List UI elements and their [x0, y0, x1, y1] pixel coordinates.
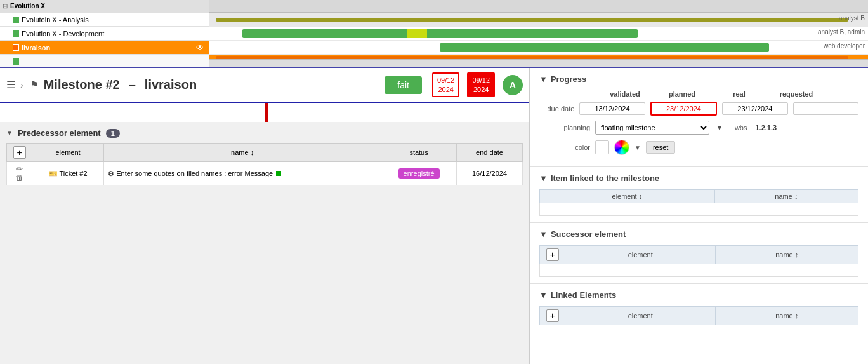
- gantt-left-panel: ⊟ Evolution X Evolutoin X - Analysis Evo…: [0, 0, 209, 67]
- analyst-label-2: analyst B, admin: [818, 29, 865, 36]
- avatar: A: [503, 75, 523, 95]
- successor-add-button[interactable]: +: [546, 248, 559, 261]
- successor-th-add: +: [540, 246, 565, 264]
- right-panel: ▼ Progress validated planned real reques…: [530, 68, 868, 364]
- date-box-1-line2: 2024: [437, 85, 455, 94]
- linked-th-element: element: [565, 307, 716, 325]
- col-real: real: [711, 90, 768, 98]
- item-linked-th-name: name ↕: [714, 190, 858, 203]
- predecessor-triangle: ▼: [6, 130, 13, 137]
- linked-elements-title: ▼ Linked Elements: [539, 290, 858, 300]
- successor-triangle: ▼: [539, 229, 548, 239]
- item-linked-table: element ↕ name ↕: [539, 189, 858, 216]
- livraison-icon: 👁: [196, 43, 204, 52]
- planning-row: planning floating milestone fixed milest…: [539, 121, 858, 135]
- analyst-label-3: web developer: [824, 43, 865, 50]
- edit-icon[interactable]: ✏: [16, 165, 23, 173]
- due-date-requested[interactable]: [793, 102, 858, 115]
- color-row: color ▼ reset: [539, 140, 858, 155]
- due-date-validated[interactable]: [579, 102, 645, 115]
- col-planned: planned: [654, 90, 711, 98]
- gantt-livraison-label: livraison: [22, 44, 50, 51]
- successor-th-element: element: [565, 246, 716, 264]
- planning-dropdown-arrow[interactable]: ▼: [716, 123, 723, 132]
- predecessor-enddate-cell: 16/12/2024: [457, 162, 523, 185]
- delete-icon[interactable]: 🗑: [16, 173, 23, 182]
- successor-th-name: name ↕: [716, 246, 858, 264]
- linked-elements-table: + element name ↕: [539, 306, 858, 325]
- gantt-row-livraison: livraison 👁: [0, 41, 209, 55]
- item-linked-section: ▼ Item linked to the milestone element ↕…: [530, 167, 868, 223]
- predecessor-add-button[interactable]: +: [13, 146, 26, 159]
- th-status: status: [381, 144, 457, 162]
- gantt-bar-analysis: analyst B, admin: [209, 27, 868, 41]
- date-box-2-line1: 09/12: [472, 76, 490, 84]
- milestone-header: ☰ › ⚑ Milestone #2 – livraison fait 09/1…: [0, 68, 529, 103]
- predecessor-element: Ticket #2: [59, 170, 87, 177]
- gantt-bar-dev: web developer: [209, 41, 868, 55]
- progress-title: Progress: [551, 74, 586, 84]
- date-box-2: 09/12 2024: [467, 72, 495, 97]
- milestone-dash: –: [129, 78, 136, 92]
- livraison-color-box: [13, 44, 19, 51]
- predecessor-status-cell: enregistré: [381, 162, 457, 185]
- gantt-time-header: [209, 0, 868, 13]
- progress-section-title: ▼ Progress: [539, 74, 858, 84]
- item-linked-label: Item linked to the milestone: [551, 173, 659, 183]
- flag-icon: ⚑: [30, 79, 39, 91]
- dev-color-box: [13, 30, 19, 37]
- successor-label: Successor element: [551, 229, 626, 239]
- color-swatch[interactable]: [595, 140, 609, 154]
- gantt-bar-dev-fill: [440, 43, 769, 52]
- planning-select[interactable]: floating milestone fixed milestone manua…: [595, 121, 709, 135]
- color-wheel[interactable]: [614, 140, 629, 155]
- predecessor-row-1: ✏ 🗑 🎫 Ticket #2 ⚙ Enter some quotes on f…: [7, 162, 523, 185]
- milestone-status-button[interactable]: fait: [385, 76, 422, 94]
- th-element: element: [32, 144, 104, 162]
- hamburger-icon[interactable]: ☰: [6, 79, 15, 91]
- green-square-indicator: [276, 171, 281, 176]
- milestone-subtitle: livraison: [145, 78, 197, 92]
- linked-th-add: +: [540, 307, 565, 325]
- predecessor-count-badge: 1: [106, 129, 120, 138]
- item-linked-triangle: ▼: [539, 173, 548, 183]
- successor-empty-row: [540, 264, 858, 277]
- th-enddate: end date: [457, 144, 523, 162]
- predecessor-element-cell: 🎫 Ticket #2: [32, 162, 104, 185]
- gantt-row-evx-header: ⊟ Evolution X: [0, 0, 209, 13]
- status-badge-enregistre: enregistré: [398, 168, 440, 179]
- milestone-title: Milestone #2: [44, 78, 120, 92]
- gantt-row-extra: [0, 55, 209, 68]
- linked-elements-triangle: ▼: [539, 290, 548, 300]
- due-date-planned[interactable]: [650, 102, 717, 116]
- predecessor-name: Enter some quotes on filed names : error…: [116, 170, 273, 177]
- predecessor-title: Predecessor element: [18, 128, 101, 138]
- gantt-row-dev: Evolution X - Development: [0, 27, 209, 41]
- gantt-bar-analysis-yellow: [407, 29, 426, 38]
- color-dropdown-arrow[interactable]: ▼: [635, 144, 641, 151]
- gear-icon: ⚙: [108, 170, 114, 177]
- gantt-bar-analysis-fill: [242, 29, 638, 38]
- progress-col-headers: validated planned real requested: [596, 90, 858, 98]
- item-linked-title: ▼ Item linked to the milestone: [539, 173, 858, 183]
- gantt-chart-area: analyst B analyst B, admin web developer…: [209, 0, 868, 67]
- reset-button[interactable]: reset: [646, 141, 675, 154]
- linked-th-name: name ↕: [716, 307, 858, 325]
- date-box-1-line1: 09/12: [437, 76, 455, 84]
- red-line-area: [0, 103, 529, 122]
- left-panel: ☰ › ⚑ Milestone #2 – livraison fait 09/1…: [0, 68, 530, 364]
- gantt-chart-scrollbar[interactable]: [209, 59, 868, 67]
- th-add: +: [7, 144, 32, 162]
- predecessor-end-date: 16/12/2024: [472, 170, 507, 177]
- linked-add-button[interactable]: +: [546, 309, 559, 322]
- color-label: color: [539, 144, 590, 151]
- col-validated: validated: [596, 90, 654, 98]
- wbs-label: wbs: [735, 124, 747, 131]
- wbs-value: 1.2.1.3: [755, 124, 777, 131]
- due-date-row: due date: [539, 102, 858, 116]
- successor-table: + element name ↕: [539, 245, 858, 277]
- main-area: ☰ › ⚑ Milestone #2 – livraison fait 09/1…: [0, 68, 868, 364]
- date-box-2-wrapper: 09/12 2024: [467, 72, 495, 97]
- due-date-real[interactable]: [722, 102, 787, 115]
- planning-label: planning: [539, 124, 590, 131]
